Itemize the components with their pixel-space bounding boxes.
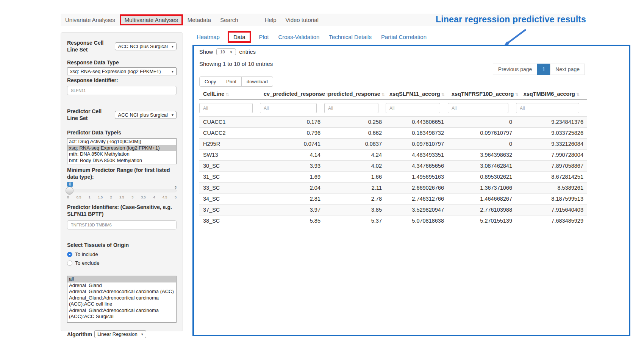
tab[interactable]: Partial Correlation bbox=[381, 34, 427, 40]
column-header[interactable]: xsqTMBIM6_accorg⇅ bbox=[516, 89, 587, 100]
column-header[interactable]: xsqSLFN11_accorg⇅ bbox=[386, 89, 448, 100]
tissue-radio-option[interactable]: To exclude bbox=[67, 260, 177, 266]
page-length-select[interactable]: 10 ▾ bbox=[216, 48, 236, 55]
sort-icon[interactable]: ⇅ bbox=[441, 92, 445, 97]
cell-line-name: 31_SC bbox=[199, 172, 260, 183]
predictor-data-types-listbox[interactable]: act: Drug Activity (-log10[IC50M])xsq: R… bbox=[67, 138, 177, 164]
slider-track[interactable] bbox=[67, 189, 177, 192]
current-page-button[interactable]: 1 bbox=[537, 64, 550, 75]
nav-item[interactable]: Video tutorial bbox=[281, 15, 323, 25]
table-row[interactable]: H295R 0.0741 0.0837 0.097610797 0 9.3321… bbox=[199, 139, 587, 150]
nav-item[interactable]: Metadata bbox=[183, 15, 216, 25]
listbox-option[interactable]: Adrenal_Gland:Adrenocortical carcinoma (… bbox=[67, 295, 176, 307]
predicted-response-value: 0.662 bbox=[324, 128, 386, 139]
slider-tick-label: 5 bbox=[175, 195, 177, 199]
xsqslfn11-value: 0.163498732 bbox=[386, 128, 448, 139]
cv-predicted-response-value: 3.97 bbox=[260, 204, 324, 215]
predicted-response-value: 0.258 bbox=[324, 117, 386, 128]
filter-input-predicted-response[interactable] bbox=[324, 103, 378, 113]
result-tabs: HeatmapDataPlotCross-ValidationTechnical… bbox=[197, 34, 427, 40]
table-row[interactable]: SW13 4.14 4.24 4.483493351 3.964398632 7… bbox=[199, 150, 587, 161]
slider-tick-label: 1 bbox=[89, 195, 91, 199]
xsqtnfrsf10d-value: 1.464668267 bbox=[448, 193, 516, 204]
algorithm-select[interactable]: Linear Regression ▾ bbox=[94, 330, 146, 338]
xsqslfn11-value: 2.746312766 bbox=[386, 193, 448, 204]
cv-predicted-response-value: 2.04 bbox=[260, 183, 324, 193]
predictor-identifiers-input[interactable] bbox=[67, 220, 177, 229]
response-identifier-label: Response Identifier: bbox=[67, 77, 177, 84]
tissue-radio-option[interactable]: To include bbox=[67, 251, 177, 257]
export-button[interactable]: Copy bbox=[199, 76, 221, 87]
xsqtnfrsf10d-value: 3.964398632 bbox=[448, 150, 516, 161]
sort-icon[interactable]: ⇅ bbox=[225, 92, 229, 97]
cv-predicted-response-value: 0.0741 bbox=[260, 139, 324, 150]
table-row[interactable]: CUACC2 0.796 0.662 0.163498732 0.0976107… bbox=[199, 128, 587, 139]
column-header[interactable]: xsqTNFRSF10D_accorg⇅ bbox=[448, 89, 516, 100]
tab[interactable]: Technical Details bbox=[329, 34, 372, 40]
table-row[interactable]: 38_SC 5.85 5.37 5.070818638 5.270155139 … bbox=[199, 215, 587, 226]
filter-input-xsqtmbim6[interactable] bbox=[516, 103, 579, 113]
sort-icon[interactable]: ⇅ bbox=[381, 92, 385, 97]
slider-tick-label: 3 bbox=[131, 195, 133, 199]
column-header[interactable]: CellLine⇅ bbox=[199, 89, 260, 100]
listbox-option[interactable]: Adrenal_Gland:Adrenocortical carcinoma (… bbox=[67, 289, 176, 295]
listbox-option[interactable]: bmt: Body DNA 850K Methylation bbox=[67, 158, 176, 164]
column-header[interactable]: cv_predicted_response⇅ bbox=[260, 89, 324, 100]
filter-input-cv-predicted-response[interactable] bbox=[260, 103, 317, 113]
nav-item[interactable]: Univariate Analyses bbox=[61, 15, 120, 25]
response-cell-line-set-select[interactable]: ACC NCI plus Surgical ▾ bbox=[115, 42, 177, 50]
slider-tick-label: 0.5 bbox=[77, 195, 81, 199]
show-label: Show bbox=[199, 49, 213, 55]
export-button[interactable]: Print bbox=[221, 76, 242, 87]
show-entries-control: Show 10 ▾ entries bbox=[199, 48, 256, 55]
tab[interactable]: Cross-Validation bbox=[278, 34, 319, 40]
table-row[interactable]: CUACC1 0.176 0.258 0.443606651 0 9.23484… bbox=[199, 117, 587, 128]
cv-predicted-response-value: 5.85 bbox=[260, 215, 324, 226]
nav-item[interactable]: Search bbox=[216, 15, 243, 25]
xsqtnfrsf10d-value: 2.776103988 bbox=[448, 204, 516, 215]
next-page-button[interactable]: Next page bbox=[550, 64, 585, 75]
filter-input-xsqslfn11[interactable] bbox=[386, 103, 440, 113]
xsqtmbim6-value: 7.990728004 bbox=[516, 150, 587, 161]
slider-handle[interactable] bbox=[66, 187, 73, 195]
cell-line-name: 34_SC bbox=[199, 193, 260, 204]
table-row[interactable]: 33_SC 2.04 2.11 2.669026766 1.367371066 … bbox=[199, 183, 587, 193]
tab[interactable]: Plot bbox=[259, 34, 269, 40]
predictor-cell-line-set-select[interactable]: ACC NCI plus Surgical ▾ bbox=[115, 111, 177, 119]
response-identifier-input[interactable] bbox=[67, 86, 177, 95]
listbox-option[interactable]: mth: DNA 850K Methylation bbox=[67, 151, 176, 158]
table-row[interactable]: 31_SC 1.69 1.66 1.495695163 0.895302621 … bbox=[199, 172, 587, 183]
listbox-option[interactable]: xsq: RNA-seq Expression (log2 FPKM+1) bbox=[67, 145, 176, 151]
slider-value-bubble: 0 bbox=[67, 182, 73, 187]
response-data-type-select[interactable]: xsq: RNA-seq Expression (log2 FPKM+1) ▾ bbox=[67, 67, 177, 75]
cell-line-name: SW13 bbox=[199, 150, 260, 161]
table-row[interactable]: 30_SC 3.93 4.02 4.347665656 3.087462841 … bbox=[199, 161, 587, 172]
listbox-option[interactable]: act: Drug Activity (-log10[IC50M]) bbox=[67, 139, 176, 145]
table-row[interactable]: 37_SC 3.97 3.85 3.529820947 2.776103988 … bbox=[199, 204, 587, 215]
sort-icon[interactable]: ⇅ bbox=[515, 92, 518, 97]
table-row[interactable]: 34_SC 2.81 2.78 2.746312766 1.464668267 … bbox=[199, 193, 587, 204]
tissue-listbox[interactable]: allAdrenal_GlandAdrenal_Gland:Adrenocort… bbox=[67, 276, 177, 323]
results-table: CellLine⇅ cv_predicted_response⇅ predict… bbox=[199, 89, 587, 226]
export-button-group: CopyPrintdownload bbox=[199, 76, 273, 87]
listbox-option[interactable]: Adrenal_Gland bbox=[67, 282, 176, 289]
listbox-option[interactable]: all bbox=[67, 276, 176, 282]
column-header[interactable]: predicted_response⇅ bbox=[324, 89, 386, 100]
previous-page-button[interactable]: Previous page bbox=[493, 64, 538, 75]
nav-item[interactable]: Help bbox=[260, 15, 281, 25]
tab[interactable]: Data bbox=[228, 31, 251, 43]
xsqtmbim6-value: 7.897058867 bbox=[516, 161, 587, 172]
min-predictor-range-slider[interactable]: 0 5 00.511.522.533.544.55 bbox=[67, 182, 177, 201]
nav-item[interactable]: Multivariate Analyses bbox=[120, 14, 183, 25]
tab[interactable]: Heatmap bbox=[197, 34, 220, 40]
sort-icon[interactable]: ⇅ bbox=[576, 92, 580, 97]
filter-input-xsqtnfrsf10d[interactable] bbox=[448, 103, 508, 113]
slider-tick-label: 1.5 bbox=[98, 195, 103, 199]
slider-tick-labels: 00.511.522.533.544.55 bbox=[67, 195, 177, 199]
chevron-down-icon: ▾ bbox=[141, 332, 143, 336]
filter-input-cellline[interactable] bbox=[199, 103, 253, 113]
export-button[interactable]: download bbox=[241, 76, 273, 87]
listbox-option[interactable]: Adrenal_Gland:Adrenocortical carcinoma (… bbox=[67, 307, 176, 320]
cell-line-name: 30_SC bbox=[199, 161, 260, 172]
xsqslfn11-value: 4.347665656 bbox=[386, 161, 448, 172]
